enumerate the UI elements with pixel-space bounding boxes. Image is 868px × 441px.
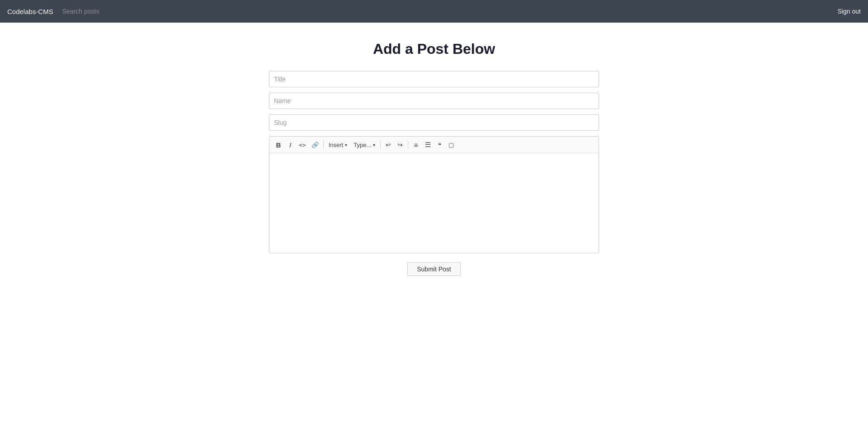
sign-out-button[interactable]: Sign out xyxy=(838,8,861,15)
insert-dropdown[interactable]: Insert ▾ xyxy=(326,140,350,150)
code-button[interactable]: <> xyxy=(297,139,308,150)
toolbar-separator-2 xyxy=(380,141,381,149)
bold-button[interactable]: B xyxy=(273,139,284,150)
toolbar-separator-3 xyxy=(408,141,408,149)
redo-button[interactable]: ↪ xyxy=(395,139,406,150)
rich-text-editor: B I <> 🔗 Insert ▾ Type... ▾ xyxy=(269,136,599,253)
editor-body[interactable] xyxy=(269,153,599,253)
type-dropdown[interactable]: Type... ▾ xyxy=(351,140,378,150)
expand-button[interactable]: ▢ xyxy=(446,139,457,150)
navbar-brand[interactable]: Codelabs-CMS xyxy=(7,8,53,15)
italic-button[interactable]: I xyxy=(285,139,296,150)
link-icon: 🔗 xyxy=(311,142,319,148)
undo-icon: ↩ xyxy=(386,141,391,148)
toolbar-separator-1 xyxy=(323,141,324,149)
link-button[interactable]: 🔗 xyxy=(309,139,321,150)
undo-button[interactable]: ↩ xyxy=(383,139,394,150)
blockquote-button[interactable]: ❝ xyxy=(434,139,445,150)
navbar: Codelabs-CMS Sign out xyxy=(0,0,868,23)
ul-icon: ≡ xyxy=(414,141,418,149)
ordered-list-button[interactable]: ☰ xyxy=(422,139,433,150)
post-form: B I <> 🔗 Insert ▾ Type... ▾ xyxy=(269,71,599,276)
code-icon: <> xyxy=(299,142,306,148)
name-input[interactable] xyxy=(269,93,599,109)
main-content: Add a Post Below B I <> 🔗 Insert xyxy=(0,23,868,294)
type-caret: ▾ xyxy=(373,142,375,147)
insert-caret: ▾ xyxy=(345,142,347,147)
expand-icon: ▢ xyxy=(448,142,454,148)
quote-icon: ❝ xyxy=(438,142,441,148)
slug-input[interactable] xyxy=(269,114,599,131)
navbar-search-container xyxy=(62,7,861,15)
type-label: Type... xyxy=(354,142,371,148)
title-input[interactable] xyxy=(269,71,599,87)
search-input[interactable] xyxy=(62,8,861,15)
unordered-list-button[interactable]: ≡ xyxy=(410,139,421,150)
redo-icon: ↪ xyxy=(397,141,403,148)
ol-icon: ☰ xyxy=(425,141,431,149)
page-title: Add a Post Below xyxy=(373,41,495,57)
submit-post-button[interactable]: Submit Post xyxy=(407,262,460,276)
insert-label: Insert xyxy=(329,142,344,148)
editor-toolbar: B I <> 🔗 Insert ▾ Type... ▾ xyxy=(269,137,599,153)
